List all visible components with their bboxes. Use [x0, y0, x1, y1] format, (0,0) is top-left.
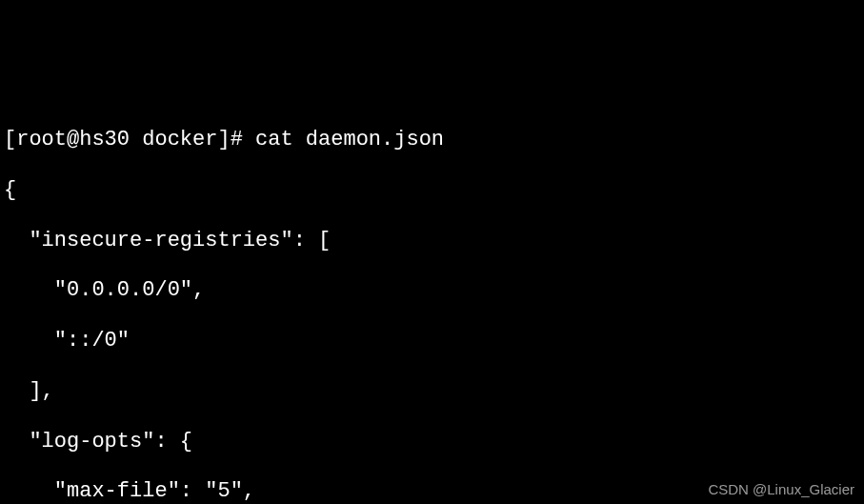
terminal-output[interactable]: [root@hs30 docker]# cat daemon.json { "i…	[4, 103, 860, 504]
terminal-line: "::/0"	[4, 329, 860, 353]
terminal-line: "0.0.0.0/0",	[4, 278, 860, 303]
terminal-line: ],	[4, 379, 860, 404]
watermark-text: CSDN @Linux_Glacier	[708, 481, 854, 498]
terminal-line: "insecure-registries": [	[4, 229, 860, 253]
terminal-line: {	[4, 178, 860, 203]
terminal-line: "log-opts": {	[4, 430, 860, 454]
terminal-line: [root@hs30 docker]# cat daemon.json	[4, 128, 860, 152]
